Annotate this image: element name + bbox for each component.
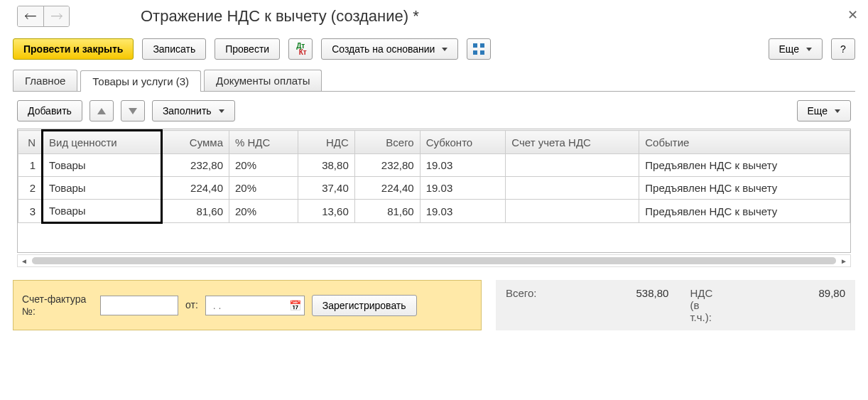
col-sum[interactable]: Сумма xyxy=(161,131,229,154)
dtkt-button[interactable]: ДтКт xyxy=(288,38,313,60)
chevron-down-icon xyxy=(835,109,840,113)
col-type[interactable]: Вид ценности xyxy=(43,131,162,154)
chevron-down-icon xyxy=(442,48,447,51)
col-n[interactable]: N xyxy=(18,131,43,154)
move-down-button[interactable] xyxy=(121,100,145,121)
post-and-close-button[interactable]: Провести и закрыть xyxy=(13,38,134,60)
scroll-right-icon[interactable]: ► xyxy=(837,255,850,266)
horizontal-scrollbar[interactable]: ◄ ► xyxy=(17,254,851,267)
cell-event[interactable]: Предъявлен НДС к вычету xyxy=(639,177,850,200)
tab-payments[interactable]: Документы оплаты xyxy=(204,70,322,91)
arrow-down-icon xyxy=(129,108,137,114)
nav-forward-button[interactable]: 🡒 xyxy=(43,6,69,26)
cell-type[interactable]: Товары xyxy=(43,177,162,200)
close-icon[interactable]: ✕ xyxy=(847,7,858,23)
col-vat-pct[interactable]: % НДС xyxy=(229,131,298,154)
invoice-number-label: Счет-фактура №: xyxy=(22,293,93,316)
cell-n[interactable]: 2 xyxy=(18,177,43,200)
totals-panel: Всего: 538,80 НДС (в т.ч.): 89,80 xyxy=(496,280,855,330)
col-subkonto[interactable]: Субконто xyxy=(420,131,506,154)
cell-subkonto[interactable]: 19.03 xyxy=(420,154,506,177)
create-based-on-button[interactable]: Создать на основании xyxy=(321,38,458,60)
arrow-up-icon xyxy=(97,108,106,114)
tab-main[interactable]: Главное xyxy=(13,70,77,91)
table-row[interactable]: 2Товары224,4020%37,40224,4019.03Предъявл… xyxy=(18,177,850,200)
page-title: Отражение НДС к вычету (создание) * xyxy=(141,7,419,26)
table-more-button[interactable]: Еще xyxy=(797,100,852,121)
structure-icon xyxy=(473,43,484,55)
cell-sum[interactable]: 232,80 xyxy=(161,154,229,177)
cell-event[interactable]: Предъявлен НДС к вычету xyxy=(639,154,850,177)
vat-incl-label: НДС (в т.ч.): xyxy=(690,287,718,323)
cell-sum[interactable]: 224,40 xyxy=(161,177,229,200)
table-header-row: N Вид ценности Сумма % НДС НДС Всего Суб… xyxy=(18,131,850,154)
cell-subkonto[interactable]: 19.03 xyxy=(420,200,506,223)
cell-n[interactable]: 1 xyxy=(18,154,43,177)
cell-vat-pct[interactable]: 20% xyxy=(229,177,298,200)
col-vat[interactable]: НДС xyxy=(298,131,354,154)
nav-back-button[interactable]: 🡐 xyxy=(18,6,43,26)
table-row[interactable]: 3Товары81,6020%13,6081,6019.03Предъявлен… xyxy=(18,200,850,223)
col-event[interactable]: Событие xyxy=(639,131,850,154)
cell-type[interactable]: Товары xyxy=(43,200,162,223)
cell-vat-account[interactable] xyxy=(506,200,639,223)
invoice-register-panel: Счет-фактура №: от: 📅 Зарегистрировать xyxy=(13,280,482,330)
chevron-down-icon xyxy=(219,109,224,113)
save-button[interactable]: Записать xyxy=(142,38,206,60)
cell-total[interactable]: 224,40 xyxy=(354,177,420,200)
tab-goods[interactable]: Товары и услуги (3) xyxy=(80,70,201,92)
table-empty-area xyxy=(18,224,850,252)
cell-vat[interactable]: 13,60 xyxy=(298,200,354,223)
cell-sum[interactable]: 81,60 xyxy=(161,200,229,223)
total-value: 538,80 xyxy=(636,287,669,299)
cell-vat-pct[interactable]: 20% xyxy=(229,200,298,223)
cell-vat-account[interactable] xyxy=(506,177,639,200)
more-button[interactable]: Еще xyxy=(769,38,823,60)
table-row[interactable]: 1Товары232,8020%38,80232,8019.03Предъявл… xyxy=(18,154,850,177)
total-label: Всего: xyxy=(506,287,537,299)
cell-type[interactable]: Товары xyxy=(43,154,162,177)
cell-subkonto[interactable]: 19.03 xyxy=(420,177,506,200)
cell-vat[interactable]: 37,40 xyxy=(298,177,354,200)
cell-vat-pct[interactable]: 20% xyxy=(229,154,298,177)
invoice-date-from-label: от: xyxy=(185,299,198,310)
goods-table[interactable]: N Вид ценности Сумма % НДС НДС Всего Суб… xyxy=(17,129,851,253)
calendar-icon[interactable]: 📅 xyxy=(289,300,301,311)
cell-n[interactable]: 3 xyxy=(18,200,43,223)
fill-label: Заполнить xyxy=(163,105,212,117)
post-button[interactable]: Провести xyxy=(215,38,280,60)
col-total[interactable]: Всего xyxy=(354,131,420,154)
col-vat-account[interactable]: Счет учета НДС xyxy=(506,131,639,154)
chevron-down-icon xyxy=(806,48,812,51)
add-row-button[interactable]: Добавить xyxy=(17,100,82,121)
cell-total[interactable]: 81,60 xyxy=(354,200,420,223)
cell-vat[interactable]: 38,80 xyxy=(298,154,354,177)
register-invoice-button[interactable]: Зарегистрировать xyxy=(312,295,417,316)
create-based-label: Создать на основании xyxy=(332,43,435,55)
vat-incl-value: 89,80 xyxy=(818,287,845,299)
help-button[interactable]: ? xyxy=(831,38,855,60)
move-up-button[interactable] xyxy=(89,100,114,121)
cell-vat-account[interactable] xyxy=(506,154,639,177)
structure-button[interactable] xyxy=(467,38,491,60)
cell-event[interactable]: Предъявлен НДС к вычету xyxy=(639,200,850,223)
invoice-number-input[interactable] xyxy=(100,296,178,315)
dtkt-icon: ДтКт xyxy=(295,43,307,55)
scroll-left-icon[interactable]: ◄ xyxy=(18,255,31,266)
table-more-label: Еще xyxy=(808,105,828,117)
more-label: Еще xyxy=(779,43,800,55)
fill-button[interactable]: Заполнить xyxy=(152,100,235,121)
cell-total[interactable]: 232,80 xyxy=(354,154,420,177)
